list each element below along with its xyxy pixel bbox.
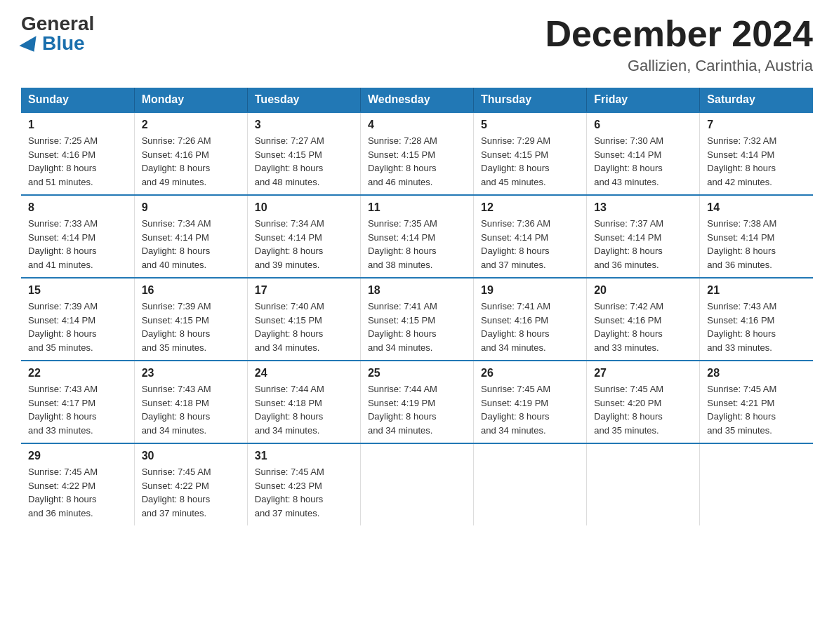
day-number: 2 (142, 119, 240, 131)
calendar-week-5: 29 Sunrise: 7:45 AMSunset: 4:22 PMDaylig… (21, 443, 813, 525)
day-number: 18 (368, 284, 466, 297)
calendar-cell: 7 Sunrise: 7:32 AMSunset: 4:14 PMDayligh… (700, 112, 813, 195)
day-number: 17 (255, 284, 353, 297)
day-info: Sunrise: 7:45 AMSunset: 4:19 PMDaylight:… (481, 384, 550, 436)
logo-blue-text: Blue (21, 34, 85, 53)
calendar-cell: 31 Sunrise: 7:45 AMSunset: 4:23 PMDaylig… (247, 443, 360, 525)
day-number: 24 (255, 367, 353, 380)
calendar-cell: 29 Sunrise: 7:45 AMSunset: 4:22 PMDaylig… (21, 443, 134, 525)
calendar-cell (587, 443, 700, 525)
calendar-header: SundayMondayTuesdayWednesdayThursdayFrid… (21, 88, 813, 112)
day-info: Sunrise: 7:26 AMSunset: 4:16 PMDaylight:… (142, 135, 211, 187)
calendar-cell: 18 Sunrise: 7:41 AMSunset: 4:15 PMDaylig… (360, 278, 473, 361)
day-info: Sunrise: 7:35 AMSunset: 4:14 PMDaylight:… (368, 218, 437, 270)
calendar-cell: 22 Sunrise: 7:43 AMSunset: 4:17 PMDaylig… (21, 361, 134, 443)
day-info: Sunrise: 7:29 AMSunset: 4:15 PMDaylight:… (481, 135, 550, 187)
header-cell-sunday: Sunday (21, 88, 134, 112)
day-info: Sunrise: 7:25 AMSunset: 4:16 PMDaylight:… (28, 135, 98, 187)
day-info: Sunrise: 7:45 AMSunset: 4:21 PMDaylight:… (707, 384, 776, 436)
calendar-cell: 28 Sunrise: 7:45 AMSunset: 4:21 PMDaylig… (700, 361, 813, 443)
location-subtitle: Gallizien, Carinthia, Austria (545, 57, 813, 75)
day-info: Sunrise: 7:45 AMSunset: 4:22 PMDaylight:… (28, 467, 98, 518)
day-info: Sunrise: 7:39 AMSunset: 4:14 PMDaylight:… (28, 301, 98, 353)
day-number: 21 (707, 284, 806, 297)
calendar-cell: 21 Sunrise: 7:43 AMSunset: 4:16 PMDaylig… (700, 278, 813, 361)
day-info: Sunrise: 7:34 AMSunset: 4:14 PMDaylight:… (255, 218, 324, 270)
day-info: Sunrise: 7:45 AMSunset: 4:23 PMDaylight:… (255, 467, 324, 518)
day-info: Sunrise: 7:43 AMSunset: 4:18 PMDaylight:… (142, 384, 211, 436)
day-number: 7 (707, 119, 806, 131)
header-cell-friday: Friday (587, 88, 700, 112)
header-cell-monday: Monday (134, 88, 247, 112)
day-number: 28 (707, 367, 806, 380)
header-row: SundayMondayTuesdayWednesdayThursdayFrid… (21, 88, 813, 112)
day-number: 30 (142, 450, 240, 462)
day-number: 5 (481, 119, 579, 131)
header-cell-wednesday: Wednesday (360, 88, 473, 112)
day-info: Sunrise: 7:36 AMSunset: 4:14 PMDaylight:… (481, 218, 550, 270)
day-info: Sunrise: 7:44 AMSunset: 4:19 PMDaylight:… (368, 384, 437, 436)
calendar-cell: 3 Sunrise: 7:27 AMSunset: 4:15 PMDayligh… (247, 112, 360, 195)
day-info: Sunrise: 7:44 AMSunset: 4:18 PMDaylight:… (255, 384, 324, 436)
calendar-cell: 13 Sunrise: 7:37 AMSunset: 4:14 PMDaylig… (587, 195, 700, 278)
logo-general-text: General (21, 14, 94, 34)
calendar-cell: 11 Sunrise: 7:35 AMSunset: 4:14 PMDaylig… (360, 195, 473, 278)
calendar-cell: 16 Sunrise: 7:39 AMSunset: 4:15 PMDaylig… (134, 278, 247, 361)
day-number: 22 (28, 367, 127, 380)
day-number: 12 (481, 201, 579, 214)
day-info: Sunrise: 7:43 AMSunset: 4:17 PMDaylight:… (28, 384, 98, 436)
day-number: 9 (142, 201, 240, 214)
calendar-cell: 24 Sunrise: 7:44 AMSunset: 4:18 PMDaylig… (247, 361, 360, 443)
calendar-cell: 9 Sunrise: 7:34 AMSunset: 4:14 PMDayligh… (134, 195, 247, 278)
day-number: 19 (481, 284, 579, 297)
day-number: 16 (142, 284, 240, 297)
day-number: 27 (594, 367, 692, 380)
day-number: 26 (481, 367, 579, 380)
day-info: Sunrise: 7:43 AMSunset: 4:16 PMDaylight:… (707, 301, 776, 353)
header-cell-thursday: Thursday (474, 88, 587, 112)
logo-triangle-icon (19, 36, 42, 57)
calendar-cell: 4 Sunrise: 7:28 AMSunset: 4:15 PMDayligh… (360, 112, 473, 195)
calendar-cell: 30 Sunrise: 7:45 AMSunset: 4:22 PMDaylig… (134, 443, 247, 525)
calendar-week-1: 1 Sunrise: 7:25 AMSunset: 4:16 PMDayligh… (21, 112, 813, 195)
calendar-cell: 25 Sunrise: 7:44 AMSunset: 4:19 PMDaylig… (360, 361, 473, 443)
day-info: Sunrise: 7:38 AMSunset: 4:14 PMDaylight:… (707, 218, 776, 270)
month-title: December 2024 (545, 14, 813, 54)
page-header: General Blue December 2024 Gallizien, Ca… (21, 14, 813, 75)
day-info: Sunrise: 7:40 AMSunset: 4:15 PMDaylight:… (255, 301, 324, 353)
calendar-cell: 1 Sunrise: 7:25 AMSunset: 4:16 PMDayligh… (21, 112, 134, 195)
calendar-cell: 5 Sunrise: 7:29 AMSunset: 4:15 PMDayligh… (474, 112, 587, 195)
day-info: Sunrise: 7:41 AMSunset: 4:15 PMDaylight:… (368, 301, 437, 353)
day-info: Sunrise: 7:30 AMSunset: 4:14 PMDaylight:… (594, 135, 663, 187)
day-number: 6 (594, 119, 692, 131)
calendar-cell (360, 443, 473, 525)
calendar-cell: 2 Sunrise: 7:26 AMSunset: 4:16 PMDayligh… (134, 112, 247, 195)
day-info: Sunrise: 7:37 AMSunset: 4:14 PMDaylight:… (594, 218, 663, 270)
calendar-cell: 19 Sunrise: 7:41 AMSunset: 4:16 PMDaylig… (474, 278, 587, 361)
day-info: Sunrise: 7:32 AMSunset: 4:14 PMDaylight:… (707, 135, 776, 187)
day-number: 10 (255, 201, 353, 214)
calendar-cell: 8 Sunrise: 7:33 AMSunset: 4:14 PMDayligh… (21, 195, 134, 278)
calendar-cell: 27 Sunrise: 7:45 AMSunset: 4:20 PMDaylig… (587, 361, 700, 443)
day-info: Sunrise: 7:41 AMSunset: 4:16 PMDaylight:… (481, 301, 550, 353)
title-block: December 2024 Gallizien, Carinthia, Aust… (545, 14, 813, 75)
calendar-table: SundayMondayTuesdayWednesdayThursdayFrid… (21, 88, 813, 525)
calendar-week-2: 8 Sunrise: 7:33 AMSunset: 4:14 PMDayligh… (21, 195, 813, 278)
calendar-cell: 14 Sunrise: 7:38 AMSunset: 4:14 PMDaylig… (700, 195, 813, 278)
calendar-cell: 15 Sunrise: 7:39 AMSunset: 4:14 PMDaylig… (21, 278, 134, 361)
calendar-cell: 17 Sunrise: 7:40 AMSunset: 4:15 PMDaylig… (247, 278, 360, 361)
day-info: Sunrise: 7:39 AMSunset: 4:15 PMDaylight:… (142, 301, 211, 353)
day-info: Sunrise: 7:28 AMSunset: 4:15 PMDaylight:… (368, 135, 437, 187)
calendar-cell (700, 443, 813, 525)
day-number: 1 (28, 119, 127, 131)
day-number: 13 (594, 201, 692, 214)
day-info: Sunrise: 7:45 AMSunset: 4:22 PMDaylight:… (142, 467, 211, 518)
day-info: Sunrise: 7:45 AMSunset: 4:20 PMDaylight:… (594, 384, 663, 436)
header-cell-saturday: Saturday (700, 88, 813, 112)
calendar-cell: 26 Sunrise: 7:45 AMSunset: 4:19 PMDaylig… (474, 361, 587, 443)
calendar-cell: 10 Sunrise: 7:34 AMSunset: 4:14 PMDaylig… (247, 195, 360, 278)
day-info: Sunrise: 7:42 AMSunset: 4:16 PMDaylight:… (594, 301, 663, 353)
calendar-week-3: 15 Sunrise: 7:39 AMSunset: 4:14 PMDaylig… (21, 278, 813, 361)
calendar-cell: 6 Sunrise: 7:30 AMSunset: 4:14 PMDayligh… (587, 112, 700, 195)
day-number: 15 (28, 284, 127, 297)
